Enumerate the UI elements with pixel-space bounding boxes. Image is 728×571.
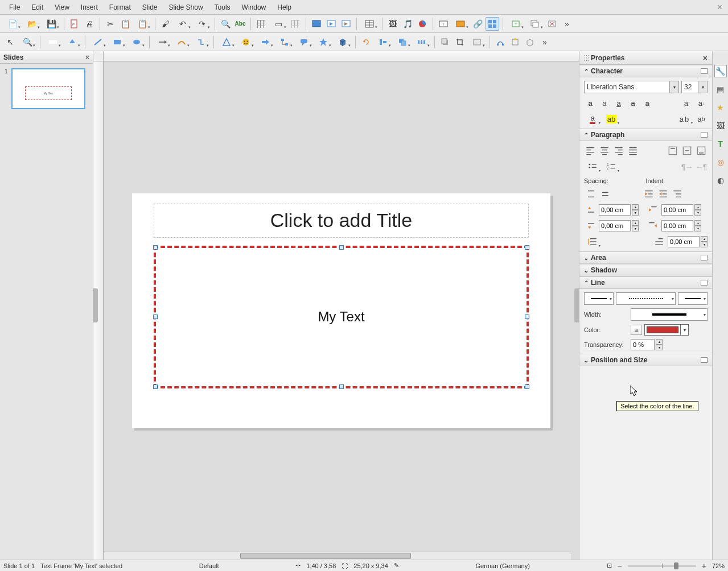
valign-bottom-button[interactable] <box>695 144 708 157</box>
start-current-slide-button[interactable] <box>339 17 353 31</box>
resize-handle-n[interactable] <box>339 245 344 250</box>
dropdown-icon[interactable]: ▾ <box>680 325 688 335</box>
menu-file[interactable]: File <box>3 1 26 14</box>
save-button[interactable]: 💾▾ <box>42 17 60 31</box>
area-more-icon[interactable] <box>701 255 708 260</box>
decrease-font-button[interactable]: a↓ <box>695 97 708 109</box>
numbering-button[interactable]: 12▾ <box>603 160 620 173</box>
align-tool[interactable]: ▾ <box>374 35 392 49</box>
dropdown-icon[interactable]: ▾ <box>698 81 707 93</box>
gluepoints-tool[interactable] <box>508 35 522 49</box>
content-text-frame[interactable]: My Text <box>154 246 529 388</box>
menu-slide-show[interactable]: Slide Show <box>163 1 209 14</box>
fit-page-icon[interactable]: ⊡ <box>607 562 612 569</box>
spin-up[interactable]: ▴ <box>701 236 708 242</box>
spellcheck-button[interactable]: Abc <box>233 17 247 31</box>
rtl-button[interactable]: ←¶ <box>695 160 708 173</box>
before-indent-input[interactable] <box>661 204 693 216</box>
select-tool[interactable]: ↖ <box>3 35 17 49</box>
find-replace-button[interactable]: 🔍 <box>219 17 232 31</box>
basic-shapes-tool[interactable]: ▾ <box>217 35 236 49</box>
character-section-header[interactable]: ⌃ Character <box>579 65 712 77</box>
valign-top-button[interactable] <box>667 144 679 157</box>
resize-handle-ne[interactable] <box>525 245 529 250</box>
resize-handle-nw[interactable] <box>153 245 158 250</box>
lines-arrows-tool[interactable]: ▾ <box>153 35 171 49</box>
line-section-header[interactable]: ⌃ Line <box>579 276 712 289</box>
shadow-button[interactable]: a <box>641 97 653 109</box>
after-indent-input[interactable] <box>661 220 693 231</box>
increase-font-button[interactable]: a↑ <box>681 97 693 109</box>
ltr-button[interactable]: ¶→ <box>681 160 693 173</box>
menu-window[interactable]: Window <box>236 1 272 14</box>
spin-down[interactable]: ▾ <box>656 345 663 350</box>
paragraph-more-icon[interactable] <box>701 132 708 138</box>
resize-handle-se[interactable] <box>525 384 529 389</box>
resize-handle-w[interactable] <box>153 315 158 319</box>
superscript-button[interactable]: ab <box>695 113 708 125</box>
arrow-start-select[interactable]: ▾ <box>584 292 614 305</box>
insert-image-button[interactable]: 🖼 <box>386 17 400 31</box>
properties-close-icon[interactable]: × <box>703 53 708 63</box>
font-name-combobox[interactable]: Liberation Sans ▾ <box>584 81 679 93</box>
transparency-input[interactable] <box>631 339 655 350</box>
increase-spacing-button[interactable] <box>584 188 597 200</box>
ellipse-tool[interactable]: ▾ <box>127 35 146 49</box>
points-tool[interactable] <box>493 35 507 49</box>
fill-color-tool[interactable]: ▾ <box>63 35 81 49</box>
menu-format[interactable]: Format <box>104 1 137 14</box>
tab-slides[interactable]: ▤ <box>714 83 727 96</box>
snap-grid-button[interactable] <box>289 17 302 31</box>
title-placeholder[interactable]: Click to add Title <box>154 204 529 238</box>
curves-tool[interactable]: ▾ <box>172 35 191 49</box>
menu-insert[interactable]: Insert <box>75 1 104 14</box>
scrollbar-thumb[interactable] <box>240 553 411 559</box>
transparency-spinbox[interactable]: ▴▾ <box>631 339 663 350</box>
paragraph-section-header[interactable]: ⌃ Paragraph <box>579 129 712 141</box>
bold-button[interactable]: a <box>584 97 597 109</box>
font-color-button[interactable]: a▾ <box>584 113 601 125</box>
align-left-button[interactable] <box>584 144 597 157</box>
zoom-out-icon[interactable]: − <box>618 561 622 570</box>
line-style-select[interactable]: ▾ <box>616 292 676 305</box>
spin-up[interactable]: ▴ <box>632 220 639 226</box>
spin-down[interactable]: ▾ <box>694 210 701 216</box>
spin-up[interactable]: ▴ <box>694 204 701 210</box>
right-pane-grip[interactable] <box>574 288 579 322</box>
line-color-picker[interactable]: ▾ <box>644 324 689 336</box>
master-slide-button[interactable] <box>310 17 323 31</box>
slide-page[interactable]: Click to add Title My Text <box>132 193 550 428</box>
menu-edit[interactable]: Edit <box>26 1 49 14</box>
zoom-tool[interactable]: 🔍▾ <box>18 35 36 49</box>
menu-slide[interactable]: Slide <box>137 1 163 14</box>
italic-button[interactable]: a <box>598 97 611 109</box>
overflow-button[interactable]: » <box>560 17 574 31</box>
line-spacing-button[interactable]: ▾ <box>584 235 601 248</box>
status-master[interactable]: Default <box>199 562 219 569</box>
clone-format-button[interactable]: 🖌 <box>159 17 172 31</box>
tab-master[interactable]: T <box>714 138 727 150</box>
spin-up[interactable]: ▴ <box>656 339 663 345</box>
first-line-indent-input[interactable] <box>668 236 700 247</box>
menu-tools[interactable]: Tools <box>209 1 236 14</box>
arrow-end-select[interactable]: ▾ <box>678 292 708 305</box>
insert-line-tool[interactable]: ▾ <box>89 35 107 49</box>
new-slide-button[interactable]: +▾ <box>507 17 525 31</box>
slides-panel-close-icon[interactable]: × <box>85 53 89 61</box>
menu-help[interactable]: Help <box>272 1 297 14</box>
spin-down[interactable]: ▾ <box>694 226 701 231</box>
before-indent-spinbox[interactable]: ▴▾ <box>661 204 701 216</box>
char-spacing-button[interactable]: ab▾ <box>676 113 693 125</box>
font-size-combobox[interactable]: 32 ▾ <box>681 81 708 93</box>
resize-handle-s[interactable] <box>339 384 344 389</box>
distribute-tool[interactable]: ▾ <box>413 35 431 49</box>
horizontal-scrollbar[interactable] <box>104 552 571 560</box>
spin-down[interactable]: ▾ <box>632 210 639 216</box>
close-icon[interactable]: × <box>717 2 725 13</box>
below-spacing-spinbox[interactable]: ▴▾ <box>599 220 639 231</box>
character-more-icon[interactable] <box>701 68 708 74</box>
redo-button[interactable]: ↷▾ <box>193 17 211 31</box>
position-size-section-header[interactable]: ⌃ Position and Size <box>579 354 712 366</box>
signature-icon[interactable]: ✎ <box>394 562 399 569</box>
tab-properties[interactable]: 🔧 <box>714 65 727 77</box>
